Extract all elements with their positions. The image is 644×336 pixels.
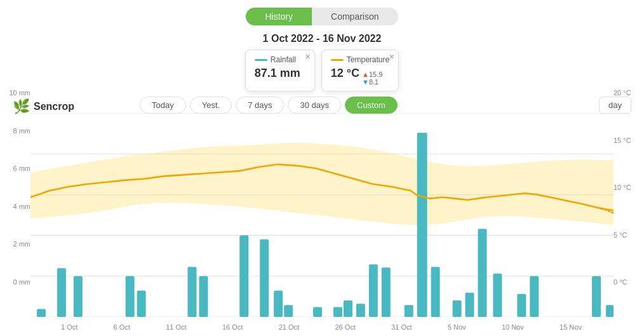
temperature-tooltip: ✕ Temperature 12 °C ▲15.9 ▼8.1 <box>321 50 399 91</box>
bar-oct01 <box>37 309 46 317</box>
sencrop-logo-icon: 🌿 <box>13 98 30 115</box>
bar-oct17 <box>199 276 208 317</box>
y-axis-right: 20 °C 15 °C 10 °C 5 °C 0 °C <box>614 89 638 286</box>
period-buttons: Today Yest. 7 days 30 days Custom <box>140 97 398 114</box>
bar-nov02 <box>369 264 378 317</box>
tab-comparison[interactable]: Comparison <box>312 8 398 25</box>
temp-low: ▼8.1 <box>362 78 382 86</box>
bar-nov09 <box>478 229 486 317</box>
bar-nov15 <box>592 276 601 317</box>
rainfall-value: 87.1 mm <box>255 67 305 80</box>
temperature-value: 12 °C <box>331 67 359 80</box>
bar-oct25 <box>284 305 293 317</box>
date-range-label: 1 Oct 2022 - 16 Nov 2022 <box>0 30 644 50</box>
period-today[interactable]: Today <box>140 97 186 114</box>
temp-band <box>30 143 614 225</box>
bar-oct23 <box>260 239 269 317</box>
bar-nov13 <box>530 276 539 317</box>
bar-nov01 <box>356 304 365 317</box>
temp-high: ▲15.9 <box>362 71 382 78</box>
bar-oct30 <box>333 307 342 317</box>
day-button[interactable]: day <box>599 97 631 114</box>
period-custom[interactable]: Custom <box>345 97 398 114</box>
bar-oct11 <box>137 291 146 317</box>
bar-nov10 <box>493 274 502 317</box>
bar-nov05b <box>431 267 440 317</box>
tooltip-area: ✕ Rainfall 87.1 mm ✕ Temperature 12 °C ▲… <box>0 50 644 97</box>
bar-oct24 <box>274 291 283 317</box>
bar-oct03 <box>57 268 66 317</box>
x-axis: 1 Oct 6 Oct 11 Oct 16 Oct 21 Oct 26 Oct … <box>30 323 614 331</box>
rainfall-label: Rainfall <box>255 55 305 64</box>
period-7days[interactable]: 7 days <box>236 97 284 114</box>
bar-nov04-big <box>417 133 427 317</box>
chart-area <box>30 113 614 317</box>
bar-oct10 <box>126 276 135 317</box>
tab-history[interactable]: History <box>246 8 312 25</box>
period-yest[interactable]: Yest. <box>190 97 232 114</box>
bar-oct28 <box>313 307 322 317</box>
tab-bar: History Comparison <box>0 0 644 30</box>
bar-nov07 <box>453 300 462 317</box>
bar-nov03 <box>382 267 391 317</box>
bar-nov16 <box>606 305 614 317</box>
bar-oct31 <box>344 300 352 317</box>
temperature-label: Temperature <box>331 55 389 64</box>
rainfall-legend-icon <box>255 59 267 61</box>
logo-text: Sencrop <box>34 101 74 112</box>
bar-oct21 <box>239 236 248 317</box>
bar-nov08 <box>466 293 474 317</box>
bar-oct16 <box>187 267 196 317</box>
rainfall-tooltip: ✕ Rainfall 87.1 mm <box>245 50 315 91</box>
chart-svg <box>30 113 614 317</box>
close-icon[interactable]: ✕ <box>305 53 311 61</box>
y-axis-left: 10 mm 8 mm 6 mm 4 mm 2 mm 0 mm <box>6 89 30 286</box>
period-30days[interactable]: 30 days <box>288 97 341 114</box>
close-icon-temp[interactable]: ✕ <box>389 53 394 61</box>
bar-nov05 <box>405 305 413 317</box>
logo: 🌿 Sencrop <box>13 98 74 115</box>
temperature-legend-icon <box>331 59 344 61</box>
bar-nov12 <box>517 294 526 317</box>
bar-oct05 <box>74 276 83 317</box>
